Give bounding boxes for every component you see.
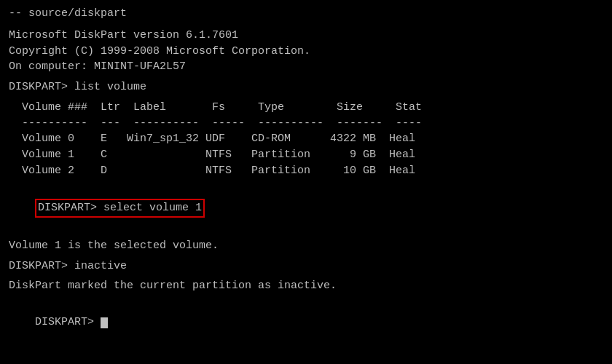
current-prompt: DISKPART> [35, 316, 101, 328]
source-path-line: -- source/diskpart [9, 6, 603, 22]
cursor [101, 317, 108, 328]
result1-line: Volume 1 is the selected volume. [9, 238, 603, 254]
command1-line: DISKPART> list volume [9, 79, 603, 95]
command4-line[interactable]: DISKPART> [9, 298, 603, 346]
command2-line: DISKPART> select volume 1 [9, 183, 603, 234]
volume-row-1: Volume 1 C NTFS Partition 9 GB Heal [9, 147, 603, 163]
copyright-line: Copyright (C) 1999-2008 Microsoft Corpor… [9, 44, 603, 60]
table-header: Volume ### Ltr Label Fs Type Size Stat [9, 100, 603, 116]
select-volume-command: DISKPART> select volume 1 [35, 199, 205, 218]
computer-line: On computer: MININT-UFA2L57 [9, 59, 603, 75]
volume-row-2: Volume 2 D NTFS Partition 10 GB Heal [9, 163, 603, 179]
version-line: Microsoft DiskPart version 6.1.7601 [9, 28, 603, 44]
table-divider: ---------- --- ---------- ----- --------… [9, 116, 603, 132]
terminal-window: -- source/diskpart Microsoft DiskPart ve… [0, 0, 612, 364]
volume-row-0: Volume 0 E Win7_sp1_32 UDF CD-ROM 4322 M… [9, 131, 603, 147]
command3-line: DISKPART> inactive [9, 258, 603, 274]
result2-line: DiskPart marked the current partition as… [9, 278, 603, 294]
